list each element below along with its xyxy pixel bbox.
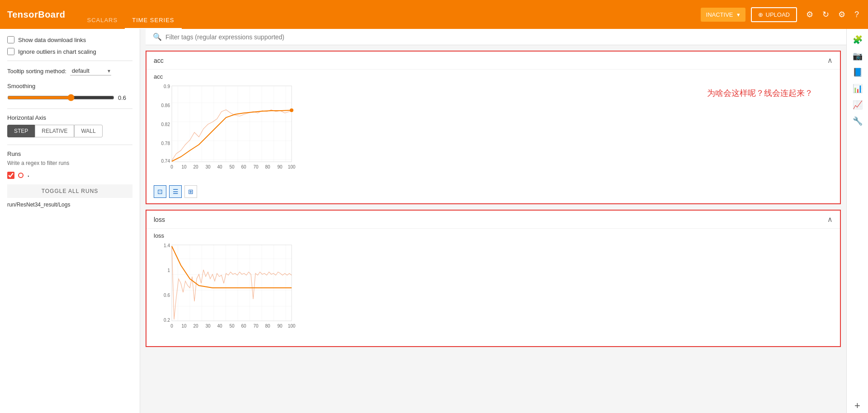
topnav-icons: ⚙ ↻ ⚙ ? bbox=[804, 8, 861, 21]
ignore-outliers-label: Ignore outliers in chart scaling bbox=[18, 48, 96, 55]
right-icon-6[interactable]: 🔧 bbox=[850, 114, 865, 128]
svg-text:1.4: 1.4 bbox=[164, 243, 170, 248]
svg-text:1: 1 bbox=[167, 268, 170, 273]
chevron-down-icon: ▾ bbox=[737, 11, 740, 18]
svg-text:30: 30 bbox=[205, 324, 211, 329]
loss-chart-svg: 1.4 1 0.6 0.2 0 10 20 30 40 50 60 bbox=[154, 243, 321, 338]
right-icon-5[interactable]: 📈 bbox=[850, 98, 865, 112]
loss-chart-container: loss 1.4 1 0.6 bbox=[146, 229, 840, 346]
runs-filter-label: Write a regex to filter runs bbox=[7, 160, 132, 166]
acc-expand-button[interactable]: ⊞ bbox=[184, 185, 197, 198]
acc-fit-button[interactable]: ⊡ bbox=[154, 185, 166, 198]
svg-text:40: 40 bbox=[217, 164, 222, 169]
main-layout: Show data download links Ignore outliers… bbox=[0, 29, 868, 413]
run-color-circle bbox=[18, 173, 24, 178]
smoothing-value: 0.6 bbox=[118, 94, 132, 101]
acc-chart-svg: 0.9 0.86 0.82 0.78 0.74 0 10 20 30 40 50 bbox=[154, 84, 321, 178]
haxis-title: Horizontal Axis bbox=[7, 114, 132, 121]
acc-chart-container: acc 0.9 0.86 bbox=[146, 70, 840, 203]
svg-text:0.6: 0.6 bbox=[164, 293, 170, 298]
run-name: run/ResNet34_result/Logs bbox=[7, 202, 132, 208]
right-icon-2[interactable]: 📷 bbox=[850, 49, 865, 63]
loss-section-header: loss ∧ bbox=[146, 211, 840, 229]
show-download-row: Show data download links bbox=[7, 36, 132, 43]
help-icon[interactable]: ? bbox=[853, 8, 861, 21]
config-icon[interactable]: ⚙ bbox=[836, 8, 847, 21]
svg-text:0: 0 bbox=[170, 324, 173, 329]
toggle-all-runs-button[interactable]: TOGGLE ALL RUNS bbox=[7, 184, 132, 198]
tab-scalars[interactable]: SCALARS bbox=[80, 0, 125, 29]
svg-text:10: 10 bbox=[181, 164, 187, 169]
nav-tabs: SCALARS TIME SERIES bbox=[80, 0, 181, 29]
smoothing-slider[interactable] bbox=[7, 94, 114, 101]
haxis-buttons: STEP RELATIVE WALL bbox=[7, 125, 132, 137]
haxis-wall-button[interactable]: WALL bbox=[74, 125, 102, 137]
svg-text:50: 50 bbox=[229, 164, 235, 169]
svg-text:70: 70 bbox=[253, 164, 259, 169]
svg-text:40: 40 bbox=[217, 324, 222, 329]
search-input[interactable] bbox=[165, 33, 839, 41]
right-icon-4[interactable]: 📊 bbox=[850, 81, 865, 96]
runs-row: · bbox=[7, 171, 132, 180]
svg-text:70: 70 bbox=[253, 324, 259, 329]
search-bar: 🔍 bbox=[146, 29, 846, 45]
haxis-step-button[interactable]: STEP bbox=[7, 125, 35, 137]
svg-text:80: 80 bbox=[265, 164, 270, 169]
upload-icon: ⊕ bbox=[758, 11, 763, 18]
status-dropdown[interactable]: INACTIVE ▾ bbox=[701, 8, 745, 22]
right-icon-3[interactable]: 📘 bbox=[850, 65, 865, 80]
loss-chart-title: loss bbox=[150, 232, 836, 239]
svg-text:60: 60 bbox=[241, 164, 246, 169]
runs-section: Runs Write a regex to filter runs · TOGG… bbox=[7, 150, 132, 208]
svg-text:30: 30 bbox=[205, 164, 211, 169]
svg-text:100: 100 bbox=[288, 164, 296, 169]
acc-chart-title: acc bbox=[150, 73, 836, 80]
svg-text:0.9: 0.9 bbox=[164, 84, 170, 89]
right-icon-1[interactable]: 🧩 bbox=[850, 33, 865, 47]
ignore-outliers-checkbox[interactable] bbox=[7, 48, 14, 55]
haxis-relative-button[interactable]: RELATIVE bbox=[35, 125, 74, 137]
acc-chart-toolbar: ⊡ ☰ ⊞ bbox=[150, 183, 836, 200]
run-checkbox[interactable] bbox=[7, 172, 14, 179]
acc-collapse-button[interactable]: ∧ bbox=[827, 56, 833, 65]
tooltip-sort-select[interactable]: default ascending descending nearest bbox=[70, 66, 111, 75]
svg-text:80: 80 bbox=[265, 324, 270, 329]
refresh-icon[interactable]: ↻ bbox=[821, 8, 831, 21]
svg-text:90: 90 bbox=[277, 164, 283, 169]
svg-text:0.78: 0.78 bbox=[161, 141, 170, 146]
ignore-outliers-row: Ignore outliers in chart scaling bbox=[7, 48, 132, 55]
haxis-section: Horizontal Axis STEP RELATIVE WALL bbox=[7, 114, 132, 137]
tooltip-sort-wrapper: default ascending descending nearest bbox=[70, 66, 111, 75]
tooltip-sort-row: Tooltip sorting method: default ascendin… bbox=[7, 66, 132, 75]
loss-section-title: loss bbox=[154, 216, 165, 223]
svg-rect-18 bbox=[172, 245, 292, 321]
loss-chart-section: loss ∧ loss bbox=[146, 210, 841, 347]
scrollable-content: 🔍 acc ∧ acc bbox=[140, 29, 846, 413]
loss-collapse-button[interactable]: ∧ bbox=[827, 215, 833, 224]
content-wrapper: 🔍 acc ∧ acc bbox=[140, 29, 868, 413]
svg-text:0.82: 0.82 bbox=[161, 122, 170, 127]
svg-text:20: 20 bbox=[193, 164, 198, 169]
right-icons-panel: 🧩 📷 📘 📊 📈 🔧 + bbox=[846, 29, 868, 413]
runs-title: Runs bbox=[7, 150, 132, 157]
smoothing-section: Smoothing 0.6 bbox=[7, 83, 132, 101]
svg-text:20: 20 bbox=[193, 324, 198, 329]
svg-text:0.74: 0.74 bbox=[161, 159, 170, 164]
settings-icon[interactable]: ⚙ bbox=[804, 8, 815, 21]
svg-text:10: 10 bbox=[181, 324, 187, 329]
right-add-button[interactable]: + bbox=[850, 399, 865, 413]
svg-text:60: 60 bbox=[241, 324, 246, 329]
svg-text:0.86: 0.86 bbox=[161, 103, 170, 108]
acc-chart-svg-wrap: 0.9 0.86 0.82 0.78 0.74 0 10 20 30 40 50 bbox=[150, 82, 836, 183]
smoothing-row: 0.6 bbox=[7, 94, 132, 101]
svg-point-17 bbox=[290, 108, 293, 112]
acc-section-header: acc ∧ bbox=[146, 52, 840, 70]
acc-list-button[interactable]: ☰ bbox=[169, 185, 182, 198]
show-download-checkbox[interactable] bbox=[7, 36, 14, 43]
upload-button[interactable]: ⊕ UPLOAD bbox=[751, 7, 797, 22]
loss-chart-svg-wrap: 1.4 1 0.6 0.2 0 10 20 30 40 50 60 bbox=[150, 241, 836, 343]
tab-time-series[interactable]: TIME SERIES bbox=[125, 0, 181, 29]
sidebar: Show data download links Ignore outliers… bbox=[0, 29, 140, 413]
svg-text:100: 100 bbox=[288, 324, 296, 329]
topnav: TensorBoard SCALARS TIME SERIES INACTIVE… bbox=[0, 0, 868, 29]
